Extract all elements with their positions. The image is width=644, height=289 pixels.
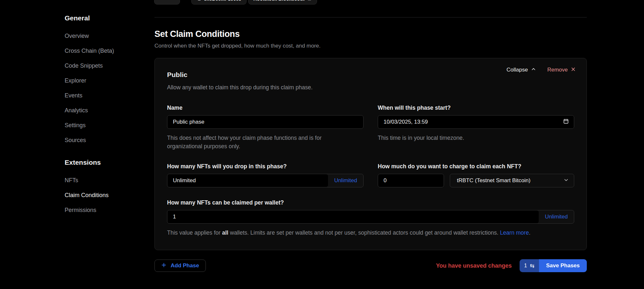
- currency-select-value: tRBTC (Testnet Smart Bitcoin): [457, 177, 531, 184]
- remove-phase-button[interactable]: Remove: [547, 67, 575, 73]
- start-field-helper: This time is in your local timezone.: [378, 134, 559, 142]
- chevron-up-icon: [531, 67, 536, 73]
- queued-transactions-badge[interactable]: 1 ⇆: [520, 259, 539, 272]
- sidebar-item-overview[interactable]: Overview: [65, 28, 149, 43]
- calendar-icon: [563, 118, 569, 126]
- name-field-helper: This does not affect how your claim phas…: [167, 134, 348, 150]
- per-wallet-helper: This value applies for all wallets. Limi…: [167, 228, 574, 237]
- collapse-button-label: Collapse: [507, 67, 528, 73]
- contract-address-badge[interactable]: 0xeDee...F100e9: [191, 0, 247, 5]
- copy-icon: [196, 0, 201, 2]
- page-subtitle: Control when the NFTs get dropped, how m…: [154, 42, 587, 50]
- phase-start-datetime-input[interactable]: 10/03/2025, 13:59: [378, 115, 574, 129]
- add-phase-label: Add Phase: [171, 262, 199, 269]
- claim-conditions-panel: Set Claim Conditions Control when the NF…: [154, 17, 587, 272]
- chevron-down-icon: [564, 177, 568, 184]
- per-wallet-field-label: How many NFTs can be claimed per wallet?: [167, 199, 574, 206]
- page: 0xeDee...F100e9 Rootstock Blockscout Gen…: [0, 0, 644, 289]
- queued-count: 1: [524, 263, 527, 269]
- price-amount-input[interactable]: [378, 174, 444, 187]
- phase-form: Name This does not affect how your claim…: [167, 104, 574, 237]
- currency-select[interactable]: tRBTC (Testnet Smart Bitcoin): [450, 174, 574, 187]
- phase-description: Allow any wallet to claim this drop duri…: [167, 84, 574, 91]
- collapse-phase-button[interactable]: Collapse: [507, 67, 536, 73]
- swap-arrows-icon: ⇆: [530, 263, 534, 269]
- sidebar-item-nfts[interactable]: NFTs: [65, 173, 149, 188]
- supply-input-wrap: Unlimited: [167, 174, 364, 187]
- sidebar-item-permissions[interactable]: Permissions: [65, 203, 149, 217]
- x-icon: [571, 67, 575, 73]
- price-input-row: tRBTC (Testnet Smart Bitcoin): [378, 174, 574, 187]
- price-field-label: How much do you want to charge to claim …: [378, 163, 574, 170]
- contract-tab-button-cut[interactable]: [154, 0, 180, 5]
- per-wallet-input-wrap: Unlimited: [167, 210, 574, 224]
- supply-input[interactable]: [167, 174, 328, 187]
- sidebar-section-gap: [65, 148, 149, 158]
- phases-footer-bar: Add Phase You have unsaved changes 1 ⇆ S…: [154, 259, 587, 272]
- sidebar-item-analytics[interactable]: Analytics: [65, 103, 149, 118]
- price-field-group: How much do you want to charge to claim …: [378, 163, 574, 187]
- explorer-badge-label: Rootstock Blockscout: [253, 0, 304, 2]
- phase-name-input[interactable]: [167, 115, 364, 129]
- add-phase-button[interactable]: Add Phase: [154, 260, 206, 272]
- learn-more-link[interactable]: Learn more: [500, 229, 529, 236]
- per-wallet-helper-bold: all: [222, 229, 228, 236]
- save-split-button: 1 ⇆ Save Phases: [520, 259, 587, 272]
- contract-sidebar: General Overview Cross Chain (Beta) Code…: [65, 14, 149, 217]
- contract-address-label: 0xeDee...F100e9: [204, 0, 241, 2]
- sidebar-item-explorer[interactable]: Explorer: [65, 73, 149, 88]
- phase-start-value: 10/03/2025, 13:59: [384, 119, 428, 125]
- sidebar-item-code-snippets[interactable]: Code Snippets: [65, 58, 149, 73]
- sidebar-item-settings[interactable]: Settings: [65, 118, 149, 133]
- name-field-group: Name This does not affect how your claim…: [167, 104, 364, 150]
- per-wallet-helper-suffix: .: [529, 229, 531, 236]
- supply-field-label: How many NFTs will you drop in this phas…: [167, 163, 364, 170]
- block-explorer-badge[interactable]: Rootstock Blockscout: [248, 0, 317, 5]
- per-wallet-unlimited-button[interactable]: Unlimited: [539, 210, 574, 223]
- name-field-label: Name: [167, 104, 364, 111]
- per-wallet-input[interactable]: [167, 210, 539, 223]
- save-phases-button[interactable]: Save Phases: [539, 259, 587, 272]
- claim-phase-card: Collapse Remove Public Allow any wallet …: [154, 58, 587, 250]
- supply-field-group: How many NFTs will you drop in this phas…: [167, 163, 364, 187]
- per-wallet-field-group: How many NFTs can be claimed per wallet?…: [167, 199, 574, 237]
- external-link-icon: [307, 0, 312, 2]
- remove-button-label: Remove: [547, 67, 568, 73]
- unsaved-changes-message: You have unsaved changes: [436, 262, 512, 269]
- footer-save-group: You have unsaved changes 1 ⇆ Save Phases: [436, 259, 587, 272]
- page-title: Set Claim Conditions: [154, 29, 587, 39]
- sidebar-item-events[interactable]: Events: [65, 88, 149, 103]
- supply-unlimited-button[interactable]: Unlimited: [328, 174, 363, 187]
- per-wallet-helper-middle: wallets. Limits are set per wallets and …: [228, 229, 500, 236]
- sidebar-heading-general: General: [65, 14, 149, 23]
- per-wallet-helper-prefix: This value applies for: [167, 229, 222, 236]
- plus-icon: [161, 262, 166, 269]
- sidebar-item-sources[interactable]: Sources: [65, 133, 149, 148]
- sidebar-item-cross-chain[interactable]: Cross Chain (Beta): [65, 43, 149, 58]
- sidebar-heading-extensions: Extensions: [65, 158, 149, 167]
- sidebar-item-claim-conditions[interactable]: Claim Conditions: [65, 188, 149, 203]
- phase-card-actions: Collapse Remove: [507, 67, 575, 73]
- start-field-group: When will this phase start? 10/03/2025, …: [378, 104, 574, 150]
- start-field-label: When will this phase start?: [378, 104, 574, 111]
